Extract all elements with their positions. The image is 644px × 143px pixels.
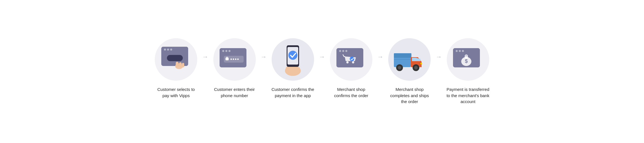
svg-rect-10	[182, 63, 184, 67]
arrow-4: →	[375, 54, 386, 60]
svg-point-53	[456, 50, 458, 52]
step-2-icon	[213, 38, 256, 81]
step-4-icon	[330, 38, 372, 81]
svg-point-55	[462, 50, 464, 52]
step-5: Merchant shop completes and ships the or…	[386, 38, 433, 105]
svg-point-3	[164, 48, 166, 50]
step-1-icon	[155, 38, 197, 81]
step-4: Merchant shop confirms the order	[327, 38, 375, 99]
svg-rect-18	[226, 58, 229, 60]
svg-point-22	[237, 58, 239, 60]
arrow-3: →	[317, 54, 327, 60]
step-6-icon: $	[447, 38, 489, 81]
svg-point-15	[226, 50, 227, 52]
svg-point-35	[339, 50, 341, 52]
step-2-label: Customer enters their phone number	[212, 86, 257, 99]
step-3: Customer confirms the payment in the app	[269, 38, 317, 99]
svg-point-19	[231, 58, 232, 60]
svg-rect-6	[167, 55, 183, 61]
svg-point-20	[233, 58, 234, 60]
step-1-label: Customer selects to pay with Vipps	[153, 86, 199, 99]
svg-point-37	[345, 50, 347, 52]
svg-point-39	[346, 61, 349, 63]
svg-point-5	[170, 48, 172, 50]
svg-point-4	[167, 48, 169, 50]
svg-point-45	[398, 66, 401, 69]
svg-point-21	[235, 58, 237, 60]
svg-rect-9	[179, 62, 182, 67]
svg-rect-8	[176, 62, 179, 67]
svg-point-41	[350, 57, 354, 61]
step-3-label: Customer confirms the payment in the app	[270, 86, 315, 99]
step-4-label: Merchant shop confirms the order	[329, 86, 374, 99]
svg-point-14	[222, 50, 224, 52]
svg-point-40	[352, 61, 354, 63]
svg-rect-13	[220, 52, 246, 54]
svg-rect-24	[286, 67, 289, 74]
step-3-icon	[272, 38, 314, 81]
step-5-icon	[388, 38, 431, 81]
svg-point-58	[465, 55, 468, 57]
svg-text:$: $	[465, 58, 468, 64]
svg-rect-52	[453, 52, 480, 54]
svg-rect-34	[336, 52, 363, 54]
svg-rect-27	[297, 67, 300, 73]
svg-point-36	[342, 50, 344, 52]
step-6-label: Payment is transferred to the merchant's…	[445, 86, 491, 105]
step-6: $ Payment is transferred to the merchant…	[444, 38, 492, 105]
step-2: Customer enters their phone number	[211, 38, 258, 99]
arrow-1: →	[200, 54, 211, 60]
arrow-5: →	[433, 54, 444, 60]
svg-rect-30	[290, 45, 295, 47]
svg-point-31	[288, 51, 297, 60]
svg-rect-43	[394, 53, 411, 58]
svg-point-16	[229, 50, 231, 52]
svg-point-54	[459, 50, 461, 52]
arrow-2: →	[258, 54, 269, 60]
svg-rect-48	[420, 63, 422, 64]
svg-point-47	[414, 66, 418, 69]
flow-container: Customer selects to pay with Vipps →	[152, 38, 492, 105]
step-5-label: Merchant shop completes and ships the or…	[387, 86, 432, 105]
svg-rect-2	[161, 50, 188, 52]
step-1: Customer selects to pay with Vipps	[152, 38, 200, 99]
